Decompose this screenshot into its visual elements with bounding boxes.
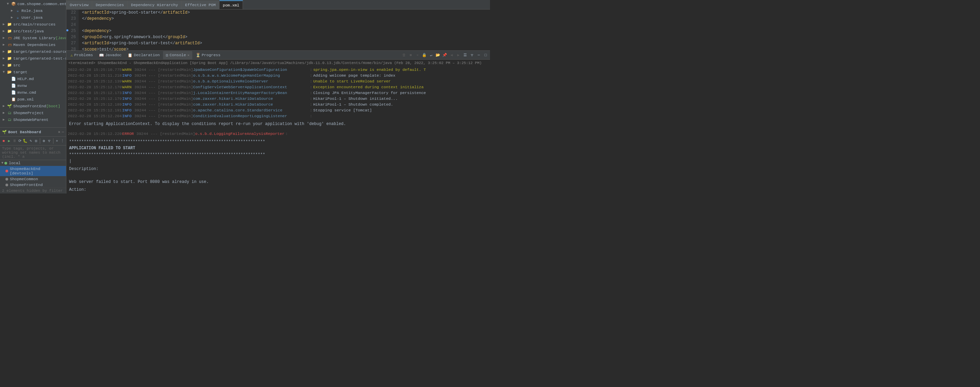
terminate-btn[interactable]: ■ [408,52,414,58]
log-timestamp: 2022-02-28 15:25:12.173 [68,90,122,96]
tab-problems[interactable]: ⚠ Problems [68,51,95,59]
log-timestamp: 2022-02-28 15:25:12.220 [68,131,122,137]
edit-btn[interactable]: ✎ [28,138,33,144]
tab-pom-xml[interactable]: pom.xml [220,0,243,9]
log-thread: restartedMain] [160,102,193,107]
tree-item-target[interactable]: ▼ 📂 target [0,69,66,76]
tab-effective-pom[interactable]: Effective POM [182,0,220,9]
open-console-btn[interactable]: ⊡ [34,138,38,144]
javadoc-icon: 📖 [99,53,104,58]
tree-item-user-java[interactable]: ▶ ☕ User.java [0,14,66,21]
tree-item-shopme-webparent[interactable]: ▶ 🗂 ShopmeWebParent [0,117,66,123]
log-thread: restartedMain] [160,72,193,78]
item-status-dot [5,170,8,173]
log-thread: restartedMain] [160,96,193,102]
tree-item-main-resources[interactable]: ▶ 📁 src/main/resources [0,21,66,28]
console-icon: ⊡ [166,53,168,58]
log-msg: Exception encountered during context ini… [313,84,423,90]
progress-icon: ⏳ [196,53,200,58]
error-stars-2: ****************************************… [69,152,487,158]
next-console-btn[interactable]: ▶ [455,52,461,58]
tree-item-generated-sources[interactable]: ▶ 📁 target/generated-sources/annotations [0,48,66,55]
view-menu-btn[interactable]: ▽ [469,52,475,58]
prev-console-btn[interactable]: ◀ [449,52,455,58]
tree-item-entity-package[interactable]: ▼ 📦 com.shopme.common.entity [0,1,66,8]
open-file-btn[interactable]: 📂 [435,52,441,58]
remove-launch-btn[interactable]: ✕ [414,52,421,58]
tree-item-badge: [JavaSE-11] [56,35,66,41]
boot-dashboard-minimize-btn[interactable]: ─ [62,130,64,134]
tree-item-mvnw[interactable]: 📄 mvnw [0,82,66,89]
tree-item-role-java[interactable]: ▶ ☕ Role.java [0,8,66,14]
bd-item-shopme-common[interactable]: ShopmeCommon [0,176,66,182]
tab-javadoc[interactable]: 📖 Javadoc [96,51,124,59]
error-action-label: Action: [69,187,487,193]
more-btn[interactable]: ⋮ [60,138,65,144]
debug-btn[interactable]: 🐛 [23,138,27,144]
tab-dependencies[interactable]: Dependencies [92,0,127,9]
spring-icon: 🌱 [7,104,12,109]
pin-console-btn[interactable]: 📌 [442,52,448,58]
stop-btn[interactable]: ■ [2,138,6,144]
tab-declaration[interactable]: 📋 Declaration [125,51,162,59]
config-btn[interactable]: ⚙ [41,138,46,144]
error-desc-label: Description: [69,166,487,173]
tree-arrow: ▶ [3,62,7,69]
filter-btn[interactable]: ▽ [47,138,52,144]
tree-item-generated-test-sources[interactable]: ▶ 📁 target/generated-test-sources/test-a… [0,55,66,62]
log-level: INFO [122,90,134,96]
clear-console-btn[interactable]: 🗑 [401,52,407,58]
log-thread-num: 39244 --- [ [134,84,160,90]
tab-overview[interactable]: Overview [66,0,92,9]
bd-item-shopme-frontend[interactable]: ShopmeFrontEnd [0,182,66,188]
search-hint: Type tags, projects, or working set name… [0,146,66,160]
log-thread-num: 39244 --- [ [134,78,160,84]
tree-item-mvnw-cmd[interactable]: 📄 mvnw.cmd [0,89,66,96]
log-level: WARN [122,78,134,84]
display-options-btn[interactable]: ☰ [462,52,468,58]
add-btn[interactable]: + [54,138,59,144]
log-sep: : [310,78,312,84]
tab-dependency-hierarchy[interactable]: Dependency Hierarchy [127,0,182,9]
log-sep: : [310,72,312,78]
tree-item-src[interactable]: ▶ 📁 src [0,62,66,69]
log-line-error: 2022-02-28 15:25:12.220 ERROR 39244 --- … [66,131,490,137]
log-line: 2022-02-28 15:25:12.204 INFO 39244 --- [… [66,113,490,119]
tree-item-maven-deps[interactable]: ▶ 🗃 Maven Dependencies [0,42,66,48]
code-line-22: <artifactId>spring-boot-starter</artifac… [82,10,487,16]
editor-tabs: Overview Dependencies Dependency Hierarc… [66,0,490,10]
minimize-btn[interactable]: ─ [476,52,482,58]
maximize-btn[interactable]: □ [482,52,488,58]
word-wrap-btn[interactable]: ↵ [428,52,434,58]
console-tabs-bar: ⚠ Problems 📖 Javadoc 📋 Declaration ⊡ Con… [66,51,490,60]
tree-arrow: ▶ [3,35,7,41]
console-close-btn[interactable]: ✕ [188,53,189,57]
scroll-lock-btn[interactable]: 🔒 [421,52,427,58]
tree-item-shopme-frontend[interactable]: ▶ 🌱 ShopmeFrontEnd [boot] [0,103,66,110]
console-terminated-line: <terminated> ShopmeBackEnd - ShopmeBackE… [66,60,490,66]
item-status-dot [5,178,8,181]
tree-item-label: User.java [21,14,43,21]
boot-dashboard-close-btn[interactable]: ✕ [58,130,60,134]
line-numbers: 22 23 24 25 26 27 28 29 [66,10,79,50]
tree-item-test-java[interactable]: ▶ 📁 src/test/java [0,28,66,35]
tree-item-help-md[interactable]: 📄 HELP.md [0,76,66,82]
jar-icon: 🗃 [7,42,12,48]
tree-item-pom-xml[interactable]: 📋 pom.xml [0,96,66,103]
tab-progress[interactable]: ⏳ Progress [193,51,223,59]
restart-btn[interactable]: ⟳ [18,138,22,144]
folder-icon: 📁 [7,56,12,61]
console-output[interactable]: <terminated> ShopmeBackEnd - ShopmeBackE… [66,60,490,194]
tab-console[interactable]: ⊡ Console ✕ [163,51,192,59]
tree-item-jre[interactable]: ▶ 🗃 JRE System Library [JavaSE-11] [0,35,66,42]
tree-item-shopme-project[interactable]: ▶ 🗂 ShopmeProject [0,110,66,117]
suspend-btn[interactable]: ⏸ [12,138,17,144]
bd-item-shopme-backend[interactable]: ShopmeBackEnd [devtools] [0,166,66,176]
tab-label: Progress [202,53,221,57]
start-btn[interactable]: ▶ [7,138,11,144]
tree-item-label: mvnw.cmd [18,90,36,96]
log-logger: ConfigServletWebServerApplicationContext [193,84,309,90]
error-pipe: | [69,158,487,165]
tree-item-label: src/main/resources [13,21,56,27]
tree-item-label: src/test/java [13,28,44,34]
